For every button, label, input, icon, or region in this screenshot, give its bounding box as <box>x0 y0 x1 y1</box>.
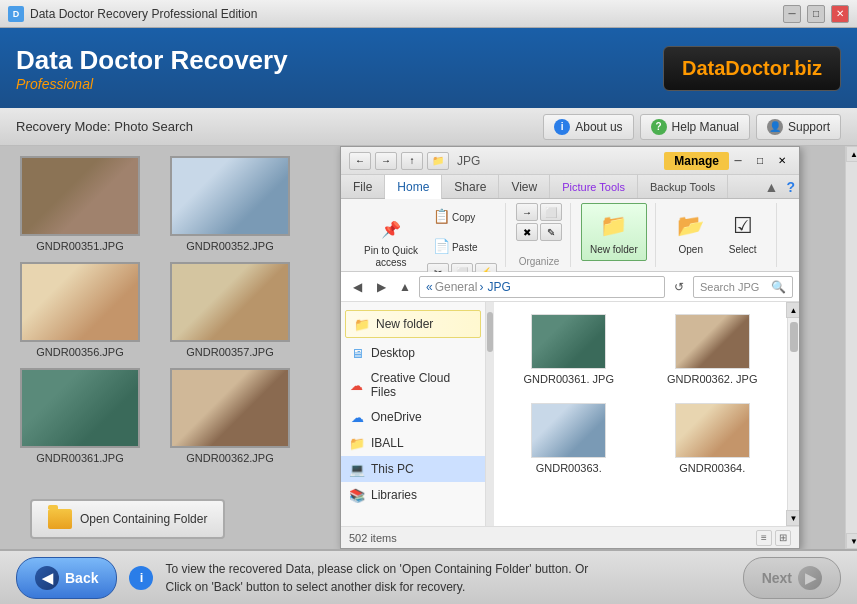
tab-share[interactable]: Share <box>442 175 499 198</box>
copy-to-btn[interactable]: ⬜ <box>540 203 562 221</box>
close-button[interactable]: ✕ <box>831 5 849 23</box>
open-icon: 📂 <box>675 210 707 242</box>
manage-tab[interactable]: Manage <box>664 152 729 170</box>
sidebar-item-iball[interactable]: 📁 IBALL <box>341 430 485 456</box>
table-row[interactable]: GNDR00364. <box>644 397 782 480</box>
explorer-minimize-btn[interactable]: ─ <box>729 152 747 170</box>
toolbar-up-btn[interactable]: ↑ <box>401 152 423 170</box>
explorer-maximize-btn[interactable]: □ <box>751 152 769 170</box>
tab-file[interactable]: File <box>341 175 385 198</box>
tab-backup-tools[interactable]: Backup Tools <box>638 175 728 198</box>
sidebar-iball-label: IBALL <box>371 436 404 450</box>
scroll-up-btn[interactable]: ▲ <box>786 302 800 318</box>
app-header: Data Doctor Recovery Professional DataDo… <box>0 28 857 108</box>
select-button[interactable]: ☑ Select <box>718 203 768 261</box>
list-item[interactable]: GNDR00352.JPG <box>160 156 300 252</box>
clipboard-group: 📌 Pin to Quickaccess 📋 Copy 📄 Paste <box>349 203 506 267</box>
recovery-mode-label: Recovery Mode: Photo Search <box>16 119 543 134</box>
explorer-close-btn[interactable]: ✕ <box>773 152 791 170</box>
file-thumbnail <box>531 403 606 458</box>
next-label: Next <box>762 570 792 586</box>
file-name: GNDR00364. <box>679 462 745 474</box>
toolbar-addr-btn[interactable]: 📁 <box>427 152 449 170</box>
this-pc-icon: 💻 <box>349 461 365 477</box>
explorer-sidebar: 📁 New folder 🖥 Desktop ☁ Creative Cloud … <box>341 302 486 526</box>
files-scrollbar[interactable]: ▲ ▼ <box>787 302 799 526</box>
file-name: GNDR00361. JPG <box>524 373 614 385</box>
addr-refresh-btn[interactable]: ↺ <box>669 277 689 297</box>
list-view-btn[interactable]: ≡ <box>756 530 772 546</box>
tab-home[interactable]: Home <box>385 175 442 199</box>
clipboard-buttons: 📌 Pin to Quickaccess 📋 Copy 📄 Paste <box>357 203 497 281</box>
copy-button[interactable]: 📋 Copy <box>427 203 497 231</box>
open-containing-folder-button[interactable]: Open Containing Folder <box>30 499 225 539</box>
address-path[interactable]: « General › JPG <box>419 276 665 298</box>
sidebar-item-onedrive[interactable]: ☁ OneDrive <box>341 404 485 430</box>
scroll-down-btn[interactable]: ▼ <box>786 510 800 526</box>
list-item[interactable]: GNDR00356.JPG <box>10 262 150 358</box>
minimize-button[interactable]: ─ <box>783 5 801 23</box>
sidebar-this-pc-label: This PC <box>371 462 414 476</box>
scroll-thumb[interactable] <box>790 322 798 352</box>
sidebar-item-creative-cloud[interactable]: ☁ Creative Cloud Files <box>341 366 485 404</box>
help-manual-button[interactable]: ? Help Manual <box>640 114 750 140</box>
photo-thumbnail <box>170 156 290 236</box>
address-bar: ◀ ▶ ▲ « General › JPG ↺ Search JPG 🔍 <box>341 272 799 302</box>
toolbar-fwd-btn[interactable]: → <box>375 152 397 170</box>
sidebar-new-folder-label: New folder <box>376 317 433 331</box>
iball-icon: 📁 <box>349 435 365 451</box>
sidebar-item-this-pc[interactable]: 💻 This PC <box>341 456 485 482</box>
rename-btn[interactable]: ✎ <box>540 223 562 241</box>
toolbar-back-btn[interactable]: ← <box>349 152 371 170</box>
table-row[interactable]: GNDR00362. JPG <box>644 308 782 391</box>
main-scroll-up[interactable]: ▲ <box>846 146 857 162</box>
sidebar-item-libraries[interactable]: 📚 Libraries <box>341 482 485 508</box>
addr-forward-btn[interactable]: ▶ <box>371 277 391 297</box>
new-folder-button[interactable]: 📁 New folder <box>581 203 647 261</box>
back-button[interactable]: ◀ Back <box>16 557 117 599</box>
ribbon-help-btn[interactable]: ? <box>782 175 799 198</box>
support-button[interactable]: 👤 Support <box>756 114 841 140</box>
delete-btn[interactable]: ✖ <box>516 223 538 241</box>
table-row[interactable]: GNDR00363. <box>500 397 638 480</box>
select-label: Select <box>729 244 757 255</box>
maximize-button[interactable]: □ <box>807 5 825 23</box>
main-scroll-down[interactable]: ▼ <box>846 533 857 549</box>
addr-back-btn[interactable]: ◀ <box>347 277 367 297</box>
open-button[interactable]: 📂 Open <box>666 203 716 261</box>
main-scroll-track <box>846 162 857 533</box>
photo-label: GNDR00352.JPG <box>160 240 300 252</box>
list-item[interactable]: GNDR00361.JPG <box>10 368 150 464</box>
about-us-label: About us <box>575 120 622 134</box>
list-item[interactable]: GNDR00357.JPG <box>160 262 300 358</box>
bottom-bar: ◀ Back i To view the recovered Data, ple… <box>0 549 857 604</box>
table-row[interactable]: GNDR00361. JPG <box>500 308 638 391</box>
sidebar-item-new-folder[interactable]: 📁 New folder <box>345 310 481 338</box>
tab-view[interactable]: View <box>499 175 550 198</box>
view-toggle-buttons: ≡ ⊞ <box>756 530 791 546</box>
move-to-btn[interactable]: → <box>516 203 538 221</box>
sidebar-scrollbar-thumb[interactable] <box>487 312 493 352</box>
window-controls: ─ □ ✕ <box>783 5 849 23</box>
tab-picture-tools[interactable]: Picture Tools <box>550 175 638 198</box>
sidebar-scrollbar[interactable] <box>486 302 494 526</box>
paste-button[interactable]: 📄 Paste <box>427 233 497 261</box>
main-scrollbar[interactable]: ▲ ▼ <box>845 146 857 549</box>
addr-up-btn[interactable]: ▲ <box>395 277 415 297</box>
sidebar-item-desktop[interactable]: 🖥 Desktop <box>341 340 485 366</box>
new-folder-sidebar-icon: 📁 <box>354 316 370 332</box>
files-area: GNDR00361. JPG GNDR00362. JPG GNDR00363.… <box>494 302 787 526</box>
about-us-button[interactable]: i About us <box>543 114 633 140</box>
sidebar-libraries-label: Libraries <box>371 488 417 502</box>
search-bar[interactable]: Search JPG 🔍 <box>693 276 793 298</box>
pin-to-quick-access-button[interactable]: 📌 Pin to Quickaccess <box>357 211 425 273</box>
next-button[interactable]: Next ▶ <box>743 557 841 599</box>
ribbon-collapse-btn[interactable]: ▲ <box>761 175 783 198</box>
list-item[interactable]: GNDR00351.JPG <box>10 156 150 252</box>
grid-view-btn[interactable]: ⊞ <box>775 530 791 546</box>
list-item[interactable]: GNDR00362.JPG <box>160 368 300 464</box>
explorer-window: ← → ↑ 📁 JPG Manage ─ □ ✕ File Home Share… <box>340 146 800 549</box>
back-label: Back <box>65 570 98 586</box>
bottom-info-icon: i <box>129 566 153 590</box>
new-folder-label: New folder <box>590 244 638 255</box>
